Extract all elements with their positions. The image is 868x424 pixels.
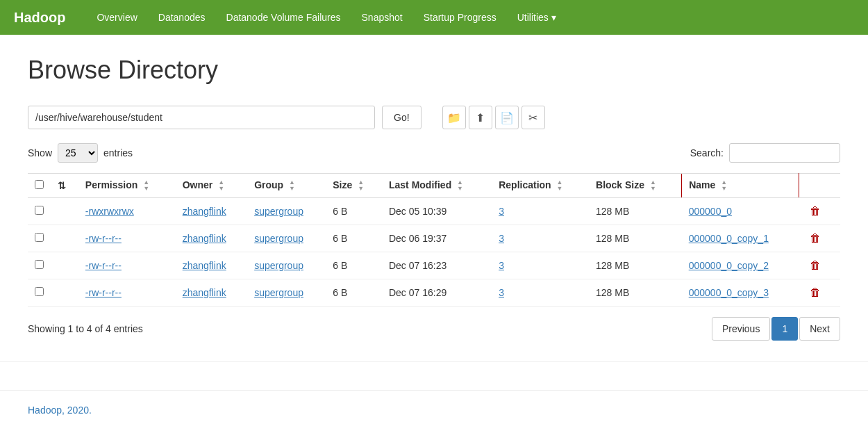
row-permission-3: -rw-r--r-- [78, 279, 176, 307]
th-replication[interactable]: Replication ▲▼ [492, 174, 589, 198]
upload-icon-btn[interactable]: ⬆ [469, 106, 492, 129]
row-delete-cell-1: 🗑 [799, 225, 840, 252]
row-size-3: 6 B [326, 279, 382, 307]
go-button[interactable]: Go! [382, 106, 422, 129]
th-sort[interactable]: ⇅ [51, 174, 78, 198]
th-group[interactable]: Group ▲▼ [247, 174, 326, 198]
row-replication-0: 3 [492, 198, 589, 225]
row-delete-cell-3: 🗑 [799, 279, 840, 307]
row-checkbox-3[interactable] [35, 287, 44, 296]
upload-icon: ⬆ [476, 111, 485, 124]
table-body: -rwxrwxrwx zhangflink supergroup 6 B Dec… [28, 198, 840, 307]
nav-item-datanode-volume-failures[interactable]: Datanode Volume Failures [216, 0, 351, 35]
block-size-sort-icon: ▲▼ [650, 179, 656, 192]
icon-buttons: 📁 ⬆ 📄 ✂ [442, 106, 545, 129]
row-block-size-0: 128 MB [589, 198, 682, 225]
pagination-row: Showing 1 to 4 of 4 entries Previous 1 N… [28, 317, 840, 341]
row-name-3: 000000_0_copy_3 [682, 279, 799, 307]
th-owner[interactable]: Owner ▲▼ [176, 174, 247, 198]
table-row: -rwxrwxrwx zhangflink supergroup 6 B Dec… [28, 198, 840, 225]
th-size[interactable]: Size ▲▼ [326, 174, 382, 198]
search-label: Search: [690, 147, 724, 158]
row-group-0: supergroup [247, 198, 326, 225]
th-actions [799, 174, 840, 198]
dropdown-arrow-icon: ▾ [551, 12, 556, 23]
table-header-row: ⇅ Permission ▲▼ Owner ▲▼ Group ▲▼ Size ▲… [28, 174, 840, 198]
row-group-1: supergroup [247, 225, 326, 252]
row-size-2: 6 B [326, 252, 382, 279]
nav-item-snapshot[interactable]: Snapshot [351, 0, 413, 35]
row-size-0: 6 B [326, 198, 382, 225]
page-title: Browse Directory [28, 56, 840, 85]
row-permission-2: -rw-r--r-- [78, 252, 176, 279]
row-icon-cell [51, 225, 78, 252]
sort-icon: ⇅ [58, 180, 66, 191]
footer-divider [0, 361, 868, 362]
nav-item-startup-progress[interactable]: Startup Progress [413, 0, 507, 35]
row-group-2: supergroup [247, 252, 326, 279]
navbar-nav: Overview Datanodes Datanode Volume Failu… [86, 0, 566, 35]
last-modified-sort-icon: ▲▼ [457, 179, 463, 192]
navbar-brand[interactable]: Hadoop [14, 10, 65, 26]
path-input[interactable] [28, 106, 375, 129]
row-owner-3: zhangflink [176, 279, 247, 307]
next-button[interactable]: Next [799, 317, 840, 341]
entries-select[interactable]: 10 25 50 100 [58, 143, 98, 163]
data-table: ⇅ Permission ▲▼ Owner ▲▼ Group ▲▼ Size ▲… [28, 173, 840, 307]
th-permission[interactable]: Permission ▲▼ [78, 174, 176, 198]
row-delete-cell-0: 🗑 [799, 198, 840, 225]
row-checkbox-cell [28, 252, 51, 279]
th-last-modified[interactable]: Last Modified ▲▼ [382, 174, 492, 198]
row-checkbox-cell [28, 198, 51, 225]
group-sort-icon: ▲▼ [289, 179, 295, 192]
row-block-size-1: 128 MB [589, 225, 682, 252]
select-all-checkbox[interactable] [35, 180, 44, 189]
row-owner-1: zhangflink [176, 225, 247, 252]
nav-item-overview[interactable]: Overview [86, 0, 147, 35]
permission-sort-icon: ▲▼ [143, 179, 149, 192]
scissors-icon-btn[interactable]: ✂ [521, 106, 545, 129]
row-size-1: 6 B [326, 225, 382, 252]
delete-button-1[interactable]: 🗑 [806, 231, 825, 246]
path-bar: Go! 📁 ⬆ 📄 ✂ [28, 106, 840, 129]
row-name-0: 000000_0 [682, 198, 799, 225]
delete-button-3[interactable]: 🗑 [806, 285, 825, 300]
row-checkbox-0[interactable] [35, 206, 44, 215]
nav-item-utilities[interactable]: Utilities ▾ [507, 0, 567, 35]
file-icon-btn[interactable]: 📄 [495, 106, 519, 129]
row-checkbox-cell [28, 225, 51, 252]
row-block-size-2: 128 MB [589, 252, 682, 279]
table-row: -rw-r--r-- zhangflink supergroup 6 B Dec… [28, 279, 840, 307]
th-block-size[interactable]: Block Size ▲▼ [589, 174, 682, 198]
row-replication-3: 3 [492, 279, 589, 307]
row-icon-cell [51, 279, 78, 307]
row-replication-1: 3 [492, 225, 589, 252]
table-row: -rw-r--r-- zhangflink supergroup 6 B Dec… [28, 225, 840, 252]
table-row: -rw-r--r-- zhangflink supergroup 6 B Dec… [28, 252, 840, 279]
row-checkbox-2[interactable] [35, 260, 44, 269]
row-replication-2: 3 [492, 252, 589, 279]
row-last-modified-3: Dec 07 16:29 [382, 279, 492, 307]
search-input[interactable] [729, 143, 840, 163]
scissors-icon: ✂ [528, 111, 537, 124]
row-group-3: supergroup [247, 279, 326, 307]
folder-icon: 📁 [447, 111, 461, 124]
replication-sort-icon: ▲▼ [557, 179, 563, 192]
th-name[interactable]: Name ▲▼ [682, 174, 799, 198]
row-permission-0: -rwxrwxrwx [78, 198, 176, 225]
show-label: Show [28, 147, 52, 158]
row-name-2: 000000_0_copy_2 [682, 252, 799, 279]
delete-button-0[interactable]: 🗑 [806, 204, 825, 219]
delete-button-2[interactable]: 🗑 [806, 258, 825, 273]
row-delete-cell-2: 🗑 [799, 252, 840, 279]
pagination-buttons: Previous 1 Next [712, 317, 840, 341]
row-last-modified-0: Dec 05 10:39 [382, 198, 492, 225]
search-box: Search: [690, 143, 840, 163]
row-icon-cell [51, 252, 78, 279]
previous-button[interactable]: Previous [712, 317, 770, 341]
nav-item-datanodes[interactable]: Datanodes [148, 0, 216, 35]
row-checkbox-1[interactable] [35, 233, 44, 242]
file-icon: 📄 [500, 111, 514, 124]
folder-icon-btn[interactable]: 📁 [442, 106, 466, 129]
page-1-button[interactable]: 1 [771, 317, 798, 341]
